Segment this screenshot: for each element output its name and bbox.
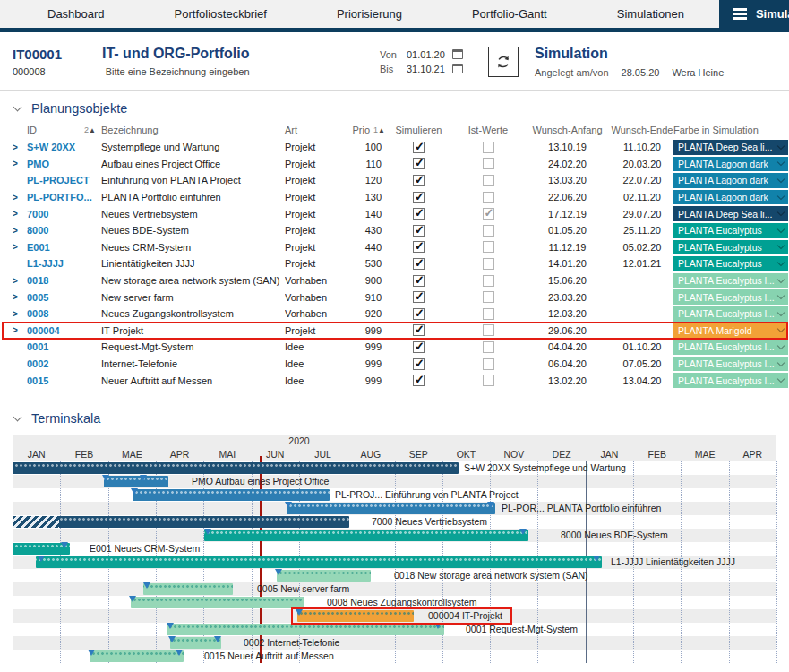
row-wunsch-ende[interactable]: 29.07.20 bbox=[611, 209, 673, 220]
milestone-marker-icon[interactable] bbox=[88, 650, 95, 656]
row-wunsch-ende[interactable]: 13.04.20 bbox=[611, 375, 673, 386]
milestone-marker-icon[interactable] bbox=[275, 569, 282, 575]
tab-priorisierung[interactable]: Priorisierung bbox=[302, 7, 437, 21]
farbe-dropdown[interactable]: PLANTA Deep Sea li... bbox=[673, 140, 788, 155]
hamburger-menu-icon[interactable] bbox=[733, 8, 747, 20]
gantt-bar[interactable] bbox=[143, 583, 233, 595]
milestone-marker-icon[interactable] bbox=[285, 502, 292, 508]
row-wunsch-anfang[interactable]: 13.10.19 bbox=[524, 142, 611, 152]
farbe-dropdown[interactable]: PLANTA Eucalyptus bbox=[673, 240, 788, 255]
ist-werte-checkbox[interactable] bbox=[483, 341, 494, 353]
row-wunsch-anfang[interactable]: 13.03.20 bbox=[524, 175, 611, 185]
expand-arrow-icon[interactable]: > bbox=[13, 142, 27, 152]
row-wunsch-ende[interactable]: 05.02.20 bbox=[611, 242, 673, 253]
ist-werte-checkbox[interactable] bbox=[483, 158, 494, 169]
expand-arrow-icon[interactable]: > bbox=[13, 209, 27, 219]
tab-portfoliosteckbrief[interactable]: Portfoliosteckbrief bbox=[140, 7, 302, 21]
expand-arrow-icon[interactable]: > bbox=[13, 159, 27, 168]
milestone-marker-icon[interactable] bbox=[143, 582, 150, 589]
farbe-dropdown[interactable]: PLANTA Eucalyptus l... bbox=[673, 306, 788, 322]
row-wunsch-anfang[interactable]: 06.04.20 bbox=[524, 358, 611, 369]
gantt-bar[interactable] bbox=[204, 530, 528, 541]
row-wunsch-anfang[interactable]: 22.06.20 bbox=[524, 192, 611, 202]
row-id-link[interactable]: S+W 20XX bbox=[27, 142, 101, 152]
row-id-link[interactable]: 8000 bbox=[27, 225, 101, 236]
milestone-marker-icon[interactable] bbox=[167, 623, 174, 629]
expand-arrow-icon[interactable]: > bbox=[13, 292, 27, 302]
milestone-marker-icon[interactable] bbox=[434, 623, 442, 629]
milestone-marker-icon[interactable] bbox=[176, 650, 183, 656]
row-wunsch-anfang[interactable]: 17.12.19 bbox=[524, 209, 611, 220]
row-wunsch-anfang[interactable]: 15.06.20 bbox=[524, 275, 611, 286]
milestone-marker-icon[interactable] bbox=[140, 475, 147, 481]
tab-dashboard[interactable]: Dashboard bbox=[13, 7, 140, 21]
milestone-marker-icon[interactable] bbox=[131, 488, 138, 495]
farbe-dropdown[interactable]: PLANTA Lagoon dark bbox=[673, 157, 788, 172]
row-id-link[interactable]: 0002 bbox=[27, 358, 101, 369]
portfolio-id[interactable]: IT00001 bbox=[13, 47, 102, 62]
milestone-marker-icon[interactable] bbox=[61, 542, 68, 548]
gantt-bar[interactable] bbox=[167, 624, 444, 635]
simulieren-checkbox[interactable] bbox=[413, 341, 425, 353]
gantt-bar[interactable] bbox=[13, 462, 459, 474]
farbe-dropdown[interactable]: PLANTA Marigold bbox=[673, 323, 788, 339]
farbe-dropdown[interactable]: PLANTA Eucalyptus l... bbox=[673, 373, 788, 388]
row-wunsch-ende[interactable]: 11.10.20 bbox=[611, 142, 673, 152]
row-wunsch-ende[interactable]: 20.03.20 bbox=[611, 159, 673, 169]
milestone-marker-icon[interactable] bbox=[168, 636, 176, 642]
ist-werte-checkbox[interactable] bbox=[483, 258, 494, 270]
row-id-link[interactable]: 0008 bbox=[27, 308, 101, 319]
row-wunsch-anfang[interactable]: 23.03.20 bbox=[524, 292, 611, 303]
col-header-wunsch-anfang[interactable]: Wunsch-Anfang bbox=[524, 125, 611, 135]
farbe-dropdown[interactable]: PLANTA Eucalyptus bbox=[673, 256, 788, 271]
farbe-dropdown[interactable]: PLANTA Eucalyptus bbox=[673, 223, 788, 238]
row-wunsch-ende[interactable]: 25.11.20 bbox=[611, 225, 673, 236]
bis-date-field[interactable]: 31.10.21 bbox=[407, 64, 445, 74]
col-header-art[interactable]: Art bbox=[285, 125, 347, 135]
farbe-dropdown[interactable]: PLANTA Eucalyptus l... bbox=[673, 273, 788, 289]
simulieren-checkbox[interactable] bbox=[413, 291, 425, 303]
ist-werte-checkbox[interactable] bbox=[483, 308, 494, 320]
gantt-bar[interactable] bbox=[277, 570, 371, 582]
farbe-dropdown[interactable]: PLANTA Lagoon dark bbox=[673, 190, 788, 205]
row-id-link[interactable]: 000004 bbox=[27, 325, 101, 336]
row-wunsch-anfang[interactable]: 14.01.20 bbox=[524, 258, 611, 269]
row-id-link[interactable]: 7000 bbox=[27, 209, 101, 220]
ist-werte-checkbox[interactable] bbox=[483, 291, 494, 303]
refresh-button[interactable] bbox=[488, 47, 519, 77]
row-wunsch-anfang[interactable]: 24.02.20 bbox=[524, 159, 611, 169]
ist-werte-checkbox[interactable] bbox=[483, 324, 494, 336]
von-date-field[interactable]: 01.01.20 bbox=[407, 49, 445, 60]
row-id-link[interactable]: 0005 bbox=[27, 292, 101, 303]
milestone-marker-icon[interactable] bbox=[487, 502, 494, 508]
gantt-bar[interactable] bbox=[90, 650, 184, 662]
gantt-bar[interactable] bbox=[297, 610, 414, 622]
simulieren-checkbox[interactable] bbox=[413, 375, 425, 386]
simulieren-checkbox[interactable] bbox=[413, 308, 425, 320]
milestone-marker-icon[interactable] bbox=[102, 475, 109, 481]
simulieren-checkbox[interactable] bbox=[413, 275, 425, 287]
expand-arrow-icon[interactable]: > bbox=[13, 325, 27, 335]
row-wunsch-ende[interactable]: 07.05.20 bbox=[611, 358, 673, 369]
expand-arrow-icon[interactable]: > bbox=[13, 226, 27, 236]
col-header-bezeichnung[interactable]: Bezeichnung bbox=[101, 125, 285, 135]
farbe-dropdown[interactable]: PLANTA Eucalyptus l... bbox=[673, 289, 788, 305]
gantt-bar[interactable] bbox=[104, 476, 168, 487]
row-wunsch-ende[interactable]: 22.07.20 bbox=[611, 175, 673, 185]
simulieren-checkbox[interactable] bbox=[413, 142, 425, 153]
gantt-bar[interactable] bbox=[13, 516, 349, 528]
ist-werte-checkbox[interactable] bbox=[483, 358, 494, 370]
col-header-simulieren[interactable]: Simulieren bbox=[385, 125, 452, 135]
simulieren-checkbox[interactable] bbox=[413, 192, 425, 203]
row-wunsch-anfang[interactable]: 12.03.20 bbox=[524, 308, 611, 319]
ist-werte-checkbox[interactable] bbox=[483, 275, 494, 287]
row-id-link[interactable]: PL-PROJECT bbox=[27, 175, 101, 185]
milestone-marker-icon[interactable] bbox=[214, 636, 221, 642]
ist-werte-checkbox[interactable] bbox=[483, 208, 494, 220]
expand-arrow-icon[interactable]: > bbox=[13, 242, 27, 252]
row-wunsch-ende[interactable]: 01.10.20 bbox=[611, 341, 673, 352]
row-wunsch-ende[interactable]: 02.11.20 bbox=[611, 192, 673, 202]
ist-werte-checkbox[interactable] bbox=[483, 175, 494, 186]
calendar-icon[interactable] bbox=[452, 49, 463, 59]
simulieren-checkbox[interactable] bbox=[413, 241, 425, 253]
